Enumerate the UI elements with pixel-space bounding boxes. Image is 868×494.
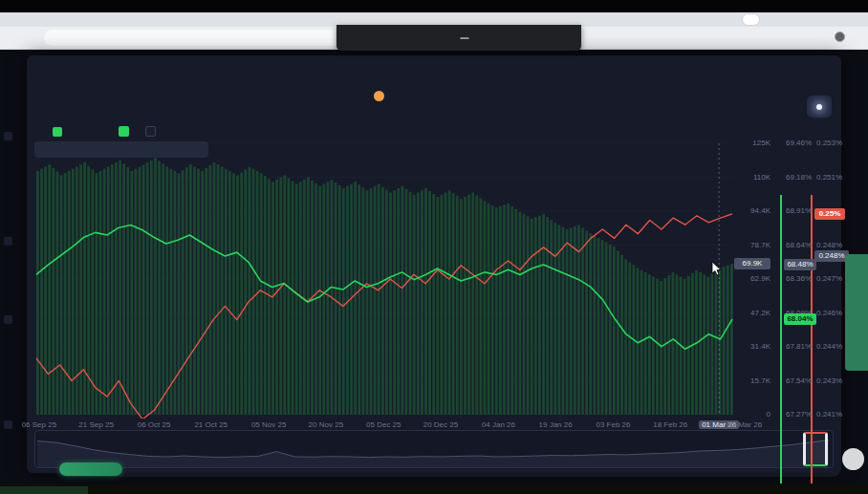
axis-value-badge: 0.25% (814, 208, 845, 220)
price-bar (585, 230, 588, 415)
price-bar (268, 179, 271, 415)
price-bar (318, 186, 321, 415)
price-bar (460, 199, 463, 415)
price-bar (503, 204, 506, 415)
price-bar (91, 169, 94, 415)
price-bar (613, 247, 616, 415)
price-bar (652, 277, 655, 415)
price-bar (327, 182, 330, 415)
price-bar (142, 164, 145, 415)
price-bar (79, 164, 82, 415)
price-bar (519, 212, 522, 415)
axis-label: 69.46% (786, 139, 820, 148)
chart-settings-row (36, 126, 184, 137)
sidebar-fragment (4, 420, 12, 429)
axis-label: 67.27% (786, 410, 820, 419)
price-bar (432, 194, 435, 415)
price-bar (484, 202, 487, 415)
green-action-pill[interactable] (59, 462, 122, 476)
price-bar (471, 192, 474, 415)
fullscreen-notice (336, 25, 581, 51)
price-bar (366, 190, 369, 415)
brush-selection-handle[interactable] (803, 432, 828, 466)
axis-label: 15.7K (734, 376, 770, 386)
santiment-logo[interactable] (842, 448, 864, 470)
price-bar (523, 214, 526, 415)
price-bar (244, 169, 247, 415)
price-bar (178, 173, 181, 415)
price-bar (295, 183, 298, 415)
price-bar (236, 175, 239, 415)
price-bar (370, 188, 373, 415)
profile-avatar[interactable] (835, 32, 845, 42)
night-mode-button[interactable] (807, 96, 832, 118)
price-bar (448, 190, 451, 415)
price-bar (671, 272, 674, 415)
price-bar (361, 187, 364, 415)
price-bar (601, 240, 604, 415)
price-bar (417, 192, 420, 415)
axis-label: 62.9K (734, 274, 770, 284)
ask-gemini-button[interactable] (742, 13, 760, 26)
price-bar (715, 270, 718, 415)
price-bar (467, 195, 470, 415)
price-bar (271, 182, 274, 415)
price-bar (248, 166, 250, 415)
pin-axis-toggle[interactable] (141, 126, 156, 137)
axis-label: 94.4K (734, 206, 770, 216)
price-bar (338, 185, 341, 415)
help-feedback-tab[interactable] (845, 254, 868, 371)
fullscreen-video-strip (0, 0, 868, 12)
color-swatch-dropdown[interactable] (53, 127, 66, 137)
price-bar (60, 175, 63, 415)
price-bar (354, 182, 357, 415)
price-bar (292, 181, 294, 415)
price-bar (96, 173, 98, 415)
price-bar (221, 166, 224, 415)
price-bar (605, 242, 608, 415)
price-bar (107, 166, 110, 415)
checkbox-empty-icon (145, 126, 156, 137)
price-bar (660, 281, 662, 415)
axis-label: 0.243% (816, 376, 851, 386)
price-bar (378, 183, 380, 415)
timeline-brush[interactable] (34, 430, 834, 468)
price-bar (385, 189, 388, 415)
axis-label: 110K (734, 173, 770, 183)
price-bar (162, 163, 164, 415)
price-bar (581, 227, 584, 415)
price-bar (99, 171, 102, 415)
price-bar (723, 267, 726, 415)
date-tick-label: 05 Mar 26 (727, 420, 762, 429)
price-bar (542, 214, 545, 415)
price-bar (644, 272, 647, 415)
price-bar (135, 169, 138, 415)
price-bar (36, 171, 39, 415)
price-bar (150, 161, 153, 415)
axis-label: 0.251% (816, 173, 851, 183)
metric-count-badge[interactable] (374, 91, 384, 101)
price-bar (122, 163, 125, 415)
price-bar (303, 180, 306, 415)
price-bar (648, 274, 651, 415)
date-tick-label: 20 Dec 25 (423, 420, 458, 429)
brush-overview-chart (35, 431, 833, 467)
price-bar (531, 219, 533, 415)
price-bar (185, 167, 188, 415)
show-axis-toggle[interactable] (115, 126, 129, 137)
main-chart[interactable] (34, 140, 736, 419)
price-bar (589, 233, 592, 415)
price-bar (464, 197, 467, 415)
price-bar (307, 178, 310, 415)
price-bar (413, 195, 416, 415)
price-bar (64, 173, 67, 415)
price-bar (374, 186, 377, 415)
price-bar (232, 173, 235, 415)
price-bar (111, 164, 114, 415)
price-bar (676, 274, 679, 415)
price-bar (217, 164, 220, 415)
price-bar (566, 229, 569, 415)
price-bar (499, 206, 502, 415)
price-bar (550, 220, 553, 415)
axis-label: 0 (734, 410, 770, 419)
